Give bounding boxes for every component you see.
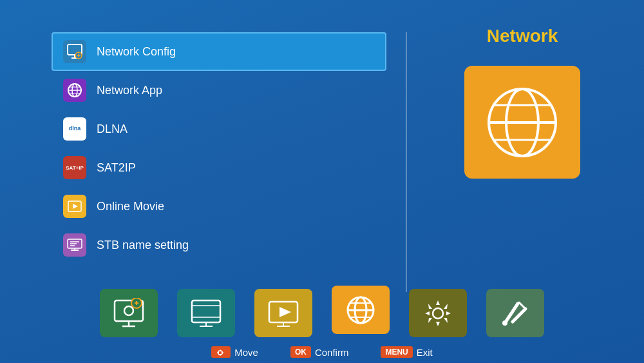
confirm-label: Confirm — [315, 347, 349, 358]
menu-item-network-app-label: Network App — [97, 84, 162, 97]
toolbar-tv[interactable] — [177, 289, 235, 337]
svg-marker-37 — [279, 307, 291, 317]
toolbar-tools[interactable] — [486, 289, 544, 337]
menu-badge: MENU — [381, 346, 412, 358]
menu-item-online-movie[interactable]: Online Movie — [52, 187, 386, 226]
menu-item-online-movie-label: Online Movie — [97, 200, 164, 213]
network-large-icon — [464, 66, 580, 179]
network-config-icon — [63, 40, 86, 63]
menu-item-dlna-label: DLNA — [97, 123, 128, 136]
svg-point-49 — [502, 320, 507, 326]
stb-name-icon — [63, 233, 86, 257]
svg-rect-31 — [192, 300, 220, 322]
toolbar-system[interactable] — [100, 289, 158, 337]
svg-point-25 — [124, 306, 133, 315]
legend-confirm: OK Confirm — [290, 346, 349, 358]
exit-label: Exit — [417, 347, 433, 358]
menu-item-stb-name[interactable]: STB name setting — [52, 226, 386, 264]
svg-point-45 — [433, 308, 443, 319]
sat2ip-icon: SAT+IP — [63, 156, 86, 179]
dlna-icon: dlna — [63, 117, 86, 141]
network-app-icon — [63, 79, 86, 102]
menu-item-dlna[interactable]: dlna DLNA — [52, 110, 386, 148]
move-label: Move — [234, 347, 258, 358]
svg-marker-51 — [222, 350, 223, 355]
svg-marker-12 — [73, 204, 78, 209]
menu-item-stb-name-label: STB name setting — [97, 239, 189, 252]
toolbar-settings[interactable] — [409, 289, 467, 337]
svg-marker-50 — [217, 350, 219, 355]
toolbar-media[interactable] — [254, 289, 312, 337]
right-panel: Network — [426, 19, 618, 305]
menu-item-sat2ip-label: SAT2IP — [97, 161, 136, 175]
move-badge — [211, 346, 231, 358]
online-movie-icon — [63, 195, 86, 218]
menu-item-sat2ip[interactable]: SAT+IP SAT2IP — [52, 148, 386, 187]
ok-badge: OK — [290, 346, 311, 358]
bottom-toolbar — [0, 289, 644, 337]
legend-move: Move — [211, 346, 258, 358]
legend-exit: MENU Exit — [381, 346, 432, 358]
menu-item-network-config[interactable]: Network Config — [52, 32, 386, 71]
menu-item-network-app[interactable]: Network App — [52, 71, 386, 110]
bottom-legend: Move OK Confirm MENU Exit — [0, 346, 644, 358]
toolbar-network[interactable] — [332, 286, 390, 334]
section-title: Network — [487, 26, 558, 46]
menu-panel: Network Config Network App dlna DLNA — [52, 19, 386, 305]
menu-item-network-config-label: Network Config — [97, 45, 176, 59]
panel-divider — [406, 32, 407, 292]
